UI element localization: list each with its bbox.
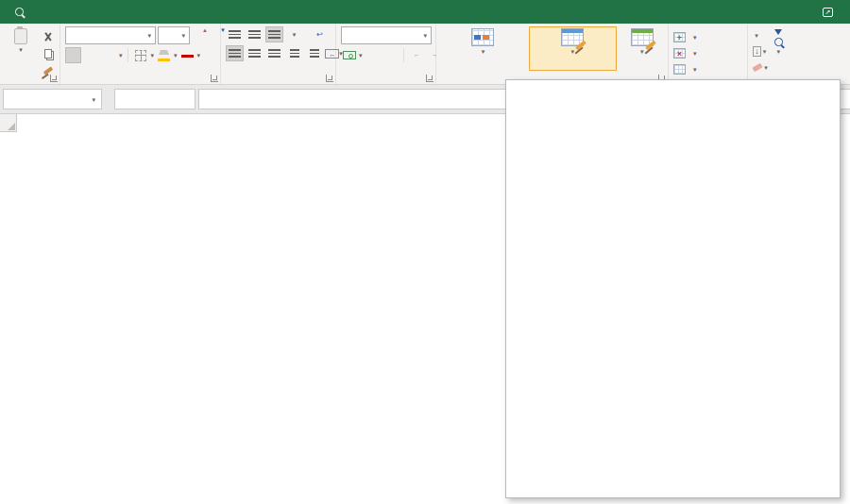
format-cells-button[interactable]: ▾ <box>673 61 697 76</box>
clipboard-dialog-launcher[interactable] <box>50 75 58 82</box>
chevron-down-icon[interactable]: ▾ <box>174 52 178 59</box>
wrap-text-button[interactable]: ↩ <box>311 26 329 42</box>
cell-styles-button[interactable]: ▾ <box>620 26 664 71</box>
chevron-down-icon[interactable]: ▾ <box>119 52 123 59</box>
chevron-down-icon[interactable]: ▾ <box>359 52 363 59</box>
align-left-button[interactable] <box>226 45 244 61</box>
clear-button[interactable]: ▾ <box>753 60 768 75</box>
eraser-icon <box>753 63 763 72</box>
insert-cells-button[interactable]: +▾ <box>673 29 697 44</box>
decrease-indent-icon <box>290 49 299 58</box>
format-as-table-gallery <box>505 79 841 498</box>
sort-filter-button[interactable]: ▾ <box>772 26 786 35</box>
number-group: ▾ ▾ ← → <box>336 24 436 84</box>
fill-color-button[interactable] <box>156 47 172 63</box>
grow-font-button[interactable]: ▲ <box>192 27 208 43</box>
align-center-icon <box>248 49 261 58</box>
tell-me-search[interactable] <box>15 0 30 24</box>
align-bottom-button[interactable] <box>265 26 283 42</box>
cut-button[interactable] <box>40 30 56 43</box>
font-size-combobox[interactable]: ▾ <box>158 26 190 44</box>
align-center-button[interactable] <box>246 45 264 61</box>
fill-color-bar <box>158 59 170 61</box>
autosum-button[interactable]: ▾ <box>753 28 768 42</box>
font-color-bar <box>181 55 194 58</box>
name-box[interactable]: ▾ <box>3 89 102 109</box>
font-color-button[interactable] <box>179 47 196 63</box>
delete-cells-icon: × <box>673 48 686 59</box>
editing-group: ▾ ↓▾ ▾ ▾ ▾ <box>748 24 850 84</box>
decrease-indent-button[interactable] <box>285 45 303 61</box>
cell-styles-icon <box>631 28 654 46</box>
font-group: ▾ ▾ ▲ ▼ ▾ ▾ ▾ <box>60 24 221 84</box>
search-icon <box>13 6 26 18</box>
orientation-button[interactable]: ▾ <box>285 26 303 42</box>
borders-button[interactable] <box>133 47 149 63</box>
cells-group: +▾ ×▾ ▾ <box>669 24 748 84</box>
chevron-down-icon[interactable]: ▾ <box>197 52 201 59</box>
copy-button[interactable] <box>40 47 56 60</box>
borders-icon <box>135 50 146 61</box>
insert-cells-icon: + <box>673 32 686 42</box>
clipboard-group: ▾ <box>0 24 60 84</box>
number-group-label <box>336 71 435 84</box>
format-as-table-icon <box>561 28 584 46</box>
format-as-table-button[interactable]: ▾ <box>529 26 617 71</box>
number-dialog-launcher[interactable] <box>426 75 434 82</box>
styles-group: ▾ ▾ ▾ <box>436 24 669 84</box>
chevron-down-icon: ▾ <box>92 96 95 103</box>
align-middle-button[interactable] <box>246 26 264 42</box>
font-group-label <box>60 71 220 84</box>
format-cells-icon <box>673 64 686 75</box>
underline-button[interactable] <box>101 47 117 63</box>
delete-cells-button[interactable]: ×▾ <box>673 45 697 60</box>
italic-button[interactable] <box>83 47 99 63</box>
alignment-dialog-launcher[interactable] <box>326 75 333 82</box>
align-left-icon <box>229 49 241 58</box>
align-top-button[interactable] <box>226 26 244 42</box>
comma-style-button[interactable] <box>382 47 399 63</box>
fill-color-icon <box>159 50 169 58</box>
chevron-down-icon: ▾ <box>178 32 185 39</box>
number-format-combobox[interactable]: ▾ <box>341 26 432 44</box>
align-bottom-icon <box>268 30 280 39</box>
chevron-down-icon: ▾ <box>419 32 427 39</box>
percent-style-button[interactable] <box>365 47 381 63</box>
ribbon: ▾ ▾ ▾ ▲ ▼ <box>0 24 850 85</box>
find-select-button[interactable]: ▾ <box>772 37 786 56</box>
align-middle-icon <box>248 30 261 39</box>
scissors-icon <box>42 32 53 42</box>
alignment-group-label <box>221 71 335 84</box>
chevron-down-icon: ▾ <box>144 32 151 39</box>
bold-button[interactable] <box>65 47 81 63</box>
fill-button[interactable]: ↓▾ <box>753 44 768 59</box>
increase-indent-icon <box>310 49 319 58</box>
alignment-group: ▾ ↩ ↔▾ <box>221 24 336 84</box>
chevron-down-icon: ▾ <box>19 46 23 53</box>
paste-button[interactable]: ▾ <box>5 26 37 77</box>
align-right-icon <box>268 49 280 58</box>
accounting-format-button[interactable] <box>341 47 357 63</box>
chevron-down-icon[interactable]: ▾ <box>151 52 155 59</box>
conditional-formatting-button[interactable]: ▾ <box>441 26 525 71</box>
font-name-combobox[interactable]: ▾ <box>65 26 156 44</box>
increase-indent-button[interactable] <box>305 45 323 61</box>
accounting-icon <box>343 51 356 59</box>
copy-icon <box>44 49 52 59</box>
ribbon-tab-bar: ↗ <box>0 0 850 24</box>
conditional-formatting-icon <box>471 28 494 46</box>
align-right-button[interactable] <box>265 45 283 61</box>
fill-icon: ↓ <box>753 46 761 57</box>
align-top-icon <box>229 30 241 39</box>
increase-decimal-button[interactable]: ← <box>409 47 425 63</box>
magnifier-icon <box>773 36 785 48</box>
share-icon: ↗ <box>823 8 833 17</box>
share-button[interactable]: ↗ <box>823 0 839 24</box>
font-dialog-launcher[interactable] <box>211 75 218 82</box>
excel-window: ↗ ▾ <box>0 0 850 504</box>
clipboard-icon <box>14 28 27 44</box>
select-all-button[interactable] <box>0 114 17 132</box>
